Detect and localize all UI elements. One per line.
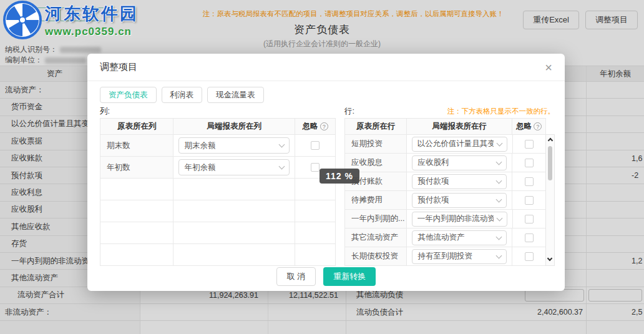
chevron-down-icon (496, 215, 502, 221)
column-mapping-row-empty (100, 179, 335, 200)
watermark-site-url: www.pc0359.cn (45, 26, 139, 38)
row-mapping-row: 待摊费用 预付款项 (345, 191, 545, 210)
help-icon[interactable]: ? (320, 122, 328, 130)
source-row-name: 长期债权投资 (345, 247, 407, 265)
dst-row-header: 局端报表所在行 (407, 119, 512, 134)
scrollbar-thumb[interactable] (548, 146, 552, 180)
ignore-checkbox[interactable] (525, 140, 534, 149)
mapped-column-select[interactable]: 期末余额 (178, 137, 290, 154)
reconvert-button[interactable]: 重新转换 (323, 267, 376, 286)
mapped-row-select[interactable]: 一年内到期的非流动资产 (412, 212, 507, 227)
column-mapping-row-empty (100, 222, 335, 244)
zoom-level-badge: 112 % (320, 169, 359, 184)
column-mapping-row-empty (100, 200, 335, 222)
ignore-checkbox[interactable] (525, 196, 534, 205)
rows-pane: 行: 注：下方表格只显示不一致的行。 原表所在行 局端报表所在行 忽略 ? 短期… (344, 106, 555, 266)
source-row-name: 短期投资 (345, 135, 407, 153)
columns-mapping-table: 原表所在列 局端报表所在列 忽略 ? 期末数 期末余额 (100, 118, 336, 266)
cancel-button[interactable]: 取 消 (276, 267, 316, 286)
mapped-row-select[interactable]: 预付款项 (412, 174, 507, 189)
row-mapping-row: 其它流动资产 其他流动资产 (345, 228, 545, 247)
row-mapping-row: 短期投资 以公允价值计量且其变动计... (345, 135, 545, 154)
chevron-down-icon (496, 233, 502, 240)
report-tabs: 资产负债表 利润表 现金流量表 (100, 87, 555, 103)
rows-mapping-table: 原表所在行 局端报表所在行 忽略 ? 短期投资 以公允价值计量且其变动计... (344, 118, 546, 266)
watermark-pinwheel-icon (2, 0, 42, 40)
row-mapping-row: 长期债权投资 持有至到期投资 (345, 247, 545, 266)
ignore-checkbox[interactable] (525, 177, 534, 186)
row-mapping-row: 应收股息 应收股利 (345, 154, 545, 172)
chevron-down-icon (496, 252, 502, 258)
source-row-name: 待摊费用 (345, 191, 407, 209)
column-mapping-row-empty (100, 244, 335, 266)
columns-pane: 列: 原表所在列 局端报表所在列 忽略 ? 期末数 期末余额 (100, 106, 336, 266)
row-mapping-row: 预付账款 预付款项 (345, 172, 545, 191)
scrollbar[interactable] (545, 134, 555, 266)
rows-pane-note: 注：下方表格只显示不一致的行。 (447, 107, 555, 116)
tab-income-statement[interactable]: 利润表 (162, 87, 203, 103)
ignore-column-header: 忽略 ? (295, 119, 335, 134)
source-row-name: 一年内到期的... (345, 210, 407, 228)
source-row-name: 其它流动资产 (345, 228, 407, 247)
mapped-row-select[interactable]: 应收股利 (412, 155, 507, 170)
ignore-checkbox[interactable] (311, 141, 320, 150)
dst-column-header: 局端报表所在列 (173, 119, 295, 134)
chevron-down-icon (279, 164, 285, 170)
scroll-up-icon[interactable] (547, 138, 552, 143)
modal-title: 调整项目 (100, 61, 137, 73)
rows-pane-label: 行: (344, 106, 354, 117)
source-column-name: 年初数 (100, 157, 173, 178)
chevron-down-icon (279, 142, 285, 148)
ignore-checkbox[interactable] (525, 215, 534, 223)
watermark-site-name: 河东软件园 (45, 5, 139, 24)
help-icon[interactable]: ? (534, 122, 542, 130)
column-mapping-row: 期末数 期末余额 (100, 135, 335, 157)
tab-cash-flow[interactable]: 现金流量表 (207, 87, 264, 103)
mapped-row-select[interactable]: 预付款项 (412, 193, 507, 208)
chevron-down-icon (496, 159, 502, 165)
chevron-down-icon (496, 196, 502, 202)
close-icon[interactable]: × (545, 61, 552, 74)
mapped-column-select[interactable]: 年初余额 (178, 159, 290, 175)
mapped-row-select[interactable]: 持有至到期投资 (412, 249, 507, 264)
mapped-row-select[interactable]: 其他流动资产 (412, 230, 507, 245)
row-mapping-row: 一年内到期的... 一年内到期的非流动资产 (345, 210, 545, 228)
ignore-checkbox[interactable] (525, 252, 534, 261)
scroll-down-icon[interactable] (547, 256, 552, 261)
ignore-checkbox[interactable] (311, 163, 320, 172)
chevron-down-icon (496, 140, 502, 146)
ignore-column-header: 忽略 ? (512, 119, 545, 134)
columns-pane-label: 列: (100, 106, 110, 117)
chevron-down-icon (496, 177, 502, 184)
watermark: 河东软件园 www.pc0359.cn (2, 0, 139, 40)
mapped-row-select[interactable]: 以公允价值计量且其变动计... (412, 137, 507, 152)
tab-balance-sheet[interactable]: 资产负债表 (100, 87, 157, 103)
src-column-header: 原表所在列 (100, 119, 173, 134)
src-row-header: 原表所在行 (345, 119, 407, 134)
ignore-checkbox[interactable] (525, 233, 534, 242)
ignore-checkbox[interactable] (525, 159, 534, 167)
column-mapping-row: 年初数 年初余额 (100, 157, 335, 179)
source-column-name: 期末数 (100, 135, 173, 156)
